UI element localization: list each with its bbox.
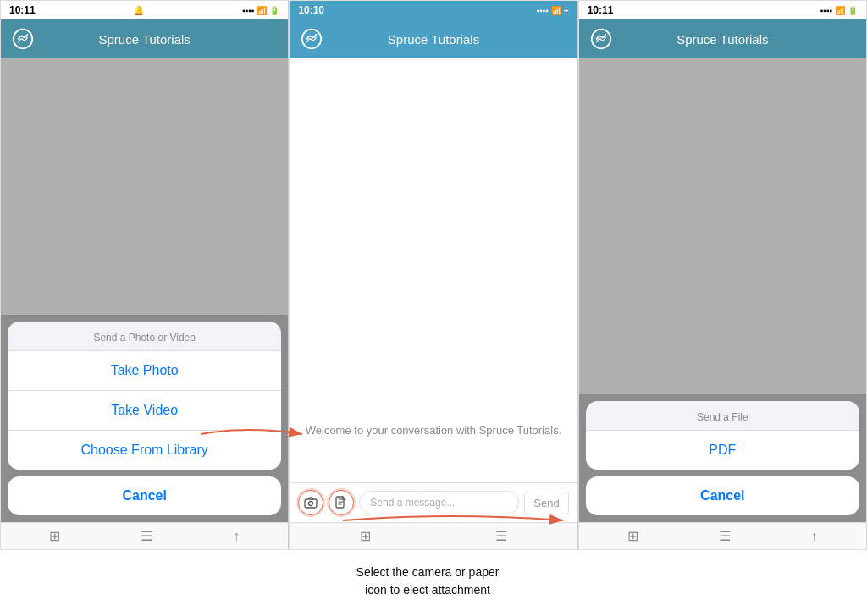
right-signal-icons: ▪▪▪▪ 📶 🔋 [820, 6, 858, 15]
left-status-icon: 🔔 [133, 5, 145, 16]
middle-chat-content: Welcome to your conversation with Spruce… [290, 58, 577, 522]
left-toolbar-icon-2: ☰ [141, 528, 152, 544]
left-content-area: Send a Photo or Video Take Photo Take Vi… [1, 58, 288, 522]
caption-area: Select the camera or paper icon to elect… [305, 564, 550, 599]
left-sheet-item-choose-library[interactable]: Choose From Library [8, 430, 281, 470]
left-signal-icons: ▪▪▪▪ 📶 🔋 [242, 6, 279, 15]
right-toolbar-icon-1: ⊞ [627, 528, 638, 544]
left-bottom-toolbar: ⊞ ☰ ↑ [1, 522, 288, 549]
middle-header-title: Spruce Tutorials [388, 32, 479, 47]
right-sheet-cancel[interactable]: Cancel [586, 476, 859, 515]
right-toolbar-icon-3: ↑ [811, 529, 818, 544]
svg-rect-2 [305, 499, 317, 508]
left-action-sheet-overlay: Send a Photo or Video Take Photo Take Vi… [1, 315, 288, 522]
middle-toolbar-icon-1: ⊞ [360, 528, 371, 544]
caption-line2: icon to elect attachment [365, 583, 490, 597]
right-time: 10:11 [588, 4, 614, 16]
left-sheet-item-take-photo[interactable]: Take Photo [8, 350, 281, 390]
left-toolbar-icon-3: ↑ [233, 529, 240, 544]
middle-signal-icons: ▪▪▪▪ 📶 + [537, 6, 569, 15]
right-phone-panel: 10:11 ▪▪▪▪ 📶 🔋 Spruce Tutorials [578, 0, 867, 550]
middle-chat-messages: Welcome to your conversation with Spruce… [290, 58, 577, 482]
left-logo [11, 27, 35, 51]
right-content-area: Send a File PDF Cancel [579, 58, 866, 522]
middle-welcome-text: Welcome to your conversation with Spruce… [306, 423, 562, 438]
camera-icon-button[interactable] [298, 490, 323, 515]
right-status-bar: 10:11 ▪▪▪▪ 📶 🔋 [579, 1, 866, 19]
middle-toolbar-icon-2: ☰ [495, 528, 507, 544]
left-toolbar-icon-1: ⊞ [49, 528, 60, 544]
send-button[interactable]: Send [524, 492, 568, 514]
left-action-sheet: Send a Photo or Video Take Photo Take Vi… [8, 322, 281, 470]
paper-icon-button[interactable] [329, 490, 354, 515]
right-bottom-toolbar: ⊞ ☰ ↑ [579, 522, 866, 549]
message-input[interactable]: Send a message... [359, 491, 519, 514]
middle-time: 10:10 [298, 4, 324, 16]
right-app-header: Spruce Tutorials [579, 19, 866, 58]
svg-point-3 [309, 502, 313, 506]
left-sheet-item-take-video[interactable]: Take Video [8, 390, 281, 430]
middle-logo [300, 27, 323, 51]
left-status-bar: 10:11 🔔 ▪▪▪▪ 📶 🔋 [1, 1, 288, 19]
right-sheet-title: Send a File [586, 401, 859, 430]
left-time: 10:11 [9, 4, 36, 16]
middle-phone-panel: 10:10 ▪▪▪▪ 📶 + Spruce Tutorials [289, 0, 577, 550]
left-header-title: Spruce Tutorials [98, 32, 190, 47]
right-header-title: Spruce Tutorials [676, 32, 768, 47]
right-action-sheet-overlay: Send a File PDF Cancel [579, 394, 866, 522]
left-sheet-title: Send a Photo or Video [8, 322, 281, 350]
caption-line1: Select the camera or paper [356, 565, 500, 579]
middle-app-header: Spruce Tutorials [290, 19, 577, 58]
left-sheet-cancel[interactable]: Cancel [8, 476, 281, 515]
middle-bottom-toolbar: ⊞ ☰ [290, 522, 577, 549]
left-phone-panel: 10:11 🔔 ▪▪▪▪ 📶 🔋 Spruce Tutorials [0, 0, 289, 550]
middle-input-bar: Send a message... Send [290, 482, 577, 522]
right-sheet-item-pdf[interactable]: PDF [586, 430, 859, 470]
middle-status-bar: 10:10 ▪▪▪▪ 📶 + [290, 1, 577, 19]
left-app-header: Spruce Tutorials [1, 19, 288, 58]
right-logo [589, 27, 613, 51]
right-toolbar-icon-2: ☰ [719, 528, 731, 544]
right-action-sheet: Send a File PDF [586, 401, 859, 470]
